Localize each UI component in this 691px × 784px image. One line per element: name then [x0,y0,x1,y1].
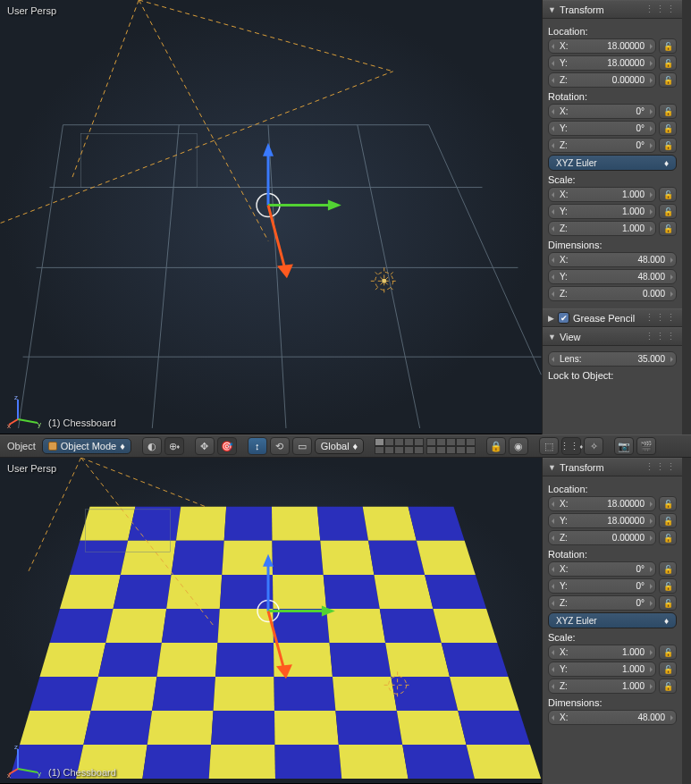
rotation-mode-dropdown[interactable]: XYZ Euler♦ [548,155,677,171]
disclosure-triangle-icon: ▼ [548,5,556,14]
location-y-field[interactable]: Y:18.00000 [548,55,656,71]
grease-pencil-panel-header[interactable]: ▶ ✔ Grease Pencil ⋮⋮⋮ [543,308,682,327]
location-z-field[interactable]: Z:0.00000 [548,530,656,545]
dimensions-y-field[interactable]: Y:48.000 [548,269,677,284]
svg-marker-93 [274,745,341,779]
lock-camera-icon[interactable]: 🔒 [486,437,506,455]
viewport-3d-bottom[interactable]: z y x User Persp (1) Chessboard [0,458,542,784]
lock-button[interactable]: 🔓 [659,496,677,511]
manipulator-scale-icon[interactable]: ▭ [292,437,312,455]
layer-buttons[interactable] [375,438,476,454]
svg-marker-79 [392,677,459,711]
dropdown-arrows-icon: ♦ [664,616,669,626]
location-label: Location: [548,26,677,37]
scale-label: Scale: [548,632,677,643]
shading-sphere-icon[interactable]: ◐ [142,437,162,455]
location-z-field[interactable]: Z:0.00000 [548,72,656,88]
svg-marker-84 [211,711,274,745]
lock-button[interactable]: 🔓 [659,72,677,88]
scale-y-field[interactable]: Y:1.000 [548,204,656,219]
view-panel-header[interactable]: ▼ View ⋮⋮⋮ [543,327,682,346]
scale-y-field[interactable]: Y:1.000 [548,662,656,677]
axis-gizmo: z y x [7,742,43,778]
svg-marker-59 [162,609,220,643]
lock-button[interactable]: 🔓 [659,104,677,119]
lock-button[interactable]: 🔓 [659,38,677,54]
lock-button[interactable]: 🔓 [659,679,677,694]
svg-marker-74 [91,677,157,711]
lock-button[interactable]: 🔓 [659,513,677,528]
location-x-field[interactable]: X:18.00000 [548,38,656,54]
svg-marker-34 [128,507,181,541]
checkbox-icon[interactable]: ✔ [558,312,569,324]
snap-icon[interactable]: ⬚ [539,437,559,455]
rotation-x-field[interactable]: X:0° [548,561,656,577]
svg-marker-76 [214,677,274,711]
rotation-y-field[interactable]: Y:0° [548,578,656,594]
proportional-edit-icon[interactable]: ◉ [509,437,528,455]
dimensions-z-field[interactable]: Z:0.000 [548,286,677,301]
pivot-dropdown[interactable]: ⊕♦ [164,437,184,455]
snap-target-icon[interactable]: ✧ [584,437,603,455]
manipulator-rotate-icon[interactable]: ⟲ [270,437,290,455]
lock-button[interactable]: 🔓 [659,578,677,594]
dropdown-arrows-icon: ♦ [120,441,125,451]
manipulator-move-icon[interactable]: ↕ [248,437,267,455]
svg-line-97 [28,458,81,574]
scale-x-field[interactable]: X:1.000 [548,645,656,660]
rotation-z-field[interactable]: Z:0° [548,595,656,611]
transform-panel-header[interactable]: ▼ Transform ⋮⋮⋮ [543,458,682,476]
orientation-dropdown[interactable]: Global ♦ [315,438,364,454]
dimensions-label: Dimensions: [548,240,677,250]
transform-panel-header[interactable]: ▼ Transform ⋮⋮⋮ [543,0,682,19]
rotation-y-field[interactable]: Y:0° [548,121,656,136]
rotation-z-field[interactable]: Z:0° [548,138,656,153]
lock-button[interactable]: 🔓 [659,55,677,71]
svg-line-4 [429,125,542,375]
manipulator-toggle[interactable]: ✥ [195,437,215,455]
mode-dropdown[interactable]: Object Mode ♦ [42,438,131,454]
svg-marker-46 [320,541,374,575]
svg-line-2 [268,125,286,428]
lock-button[interactable]: 🔓 [659,204,677,219]
svg-marker-87 [397,711,467,745]
snap-mode-icon[interactable]: ⋮⋮♦ [561,437,581,455]
svg-marker-52 [220,575,274,609]
lock-button[interactable]: 🔓 [659,595,677,611]
svg-marker-77 [274,677,335,711]
svg-text:z: z [14,743,18,751]
properties-sidebar-top: ▼ Transform ⋮⋮⋮ Location: X:18.00000🔓 Y:… [542,0,691,434]
render-opengl-anim-icon[interactable]: 🎬 [636,437,656,455]
location-x-field[interactable]: X:18.00000 [548,496,656,511]
viewport-3d-top[interactable]: z y x User Persp (1) Chessboard [0,0,542,434]
render-opengl-icon[interactable]: 📷 [614,437,634,455]
scale-z-field[interactable]: Z:1.000 [548,679,656,694]
location-y-field[interactable]: Y:18.00000 [548,513,656,528]
svg-marker-62 [326,609,385,643]
lock-button[interactable]: 🔓 [659,221,677,236]
axis-gizmo: z y x [7,392,43,428]
lock-button[interactable]: 🔓 [659,561,677,577]
lock-button[interactable]: 🔓 [659,662,677,677]
lock-button[interactable]: 🔓 [659,121,677,136]
scale-z-field[interactable]: Z:1.000 [548,221,656,236]
dimensions-x-field[interactable]: X:48.000 [548,252,677,267]
scale-x-field[interactable]: X:1.000 [548,187,656,202]
svg-marker-82 [83,711,152,745]
lens-field[interactable]: Lens:35.000 [548,351,677,367]
rotation-mode-dropdown[interactable]: XYZ Euler♦ [548,612,677,628]
dimensions-x-field[interactable]: X:48.000 [548,710,677,725]
manipulator-translate-icon[interactable]: 🎯 [217,437,237,455]
transform-panel-title: Transform [560,462,604,473]
disclosure-triangle-icon: ▶ [548,314,554,323]
lock-button[interactable]: 🔓 [659,138,677,153]
lock-button[interactable]: 🔓 [659,187,677,202]
rotation-x-field[interactable]: X:0° [548,104,656,119]
lock-button[interactable]: 🔓 [659,530,677,545]
lock-button[interactable]: 🔓 [659,645,677,660]
svg-marker-41 [70,541,128,575]
svg-line-3 [358,125,420,428]
viewport-header-bar: Object Object Mode ♦ ◐ ⊕♦ ✥ 🎯 ↕ ⟲ ▭ Glob… [0,434,691,458]
svg-marker-47 [368,541,425,575]
svg-marker-51 [166,575,222,609]
